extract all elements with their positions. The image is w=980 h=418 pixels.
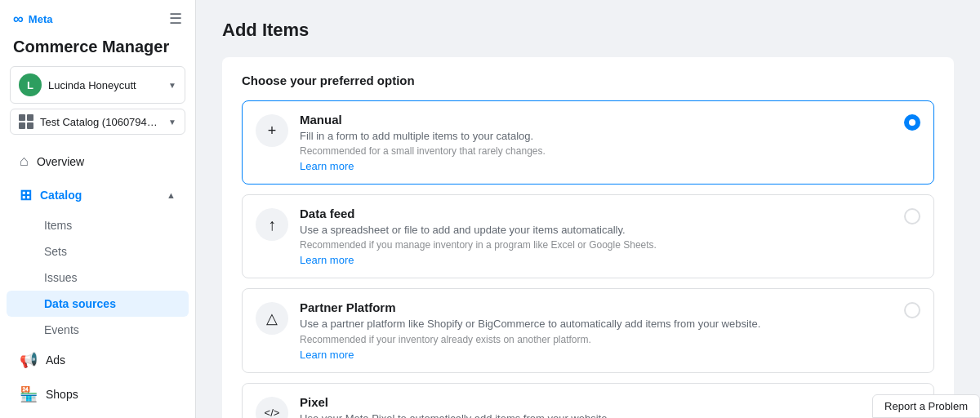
sidebar-item-ads[interactable]: 📢 Ads	[7, 343, 189, 377]
sidebar-item-overview[interactable]: ⌂ Overview	[7, 145, 189, 178]
option-pixel[interactable]: </> Pixel Use your Meta Pixel to automat…	[242, 383, 934, 418]
sidebar-sub-label: Events	[44, 323, 79, 336]
sidebar-item-settings[interactable]: ⚙ Settings	[7, 411, 189, 418]
option-data-feed-title: Data feed	[300, 207, 893, 220]
sidebar-item-events[interactable]: Events	[7, 317, 189, 343]
grid-icon	[19, 114, 33, 129]
option-manual-content: Manual Fill in a form to add multiple it…	[300, 113, 893, 172]
option-data-feed-radio[interactable]	[904, 208, 920, 225]
sidebar-sub-label: Data sources	[44, 297, 116, 310]
option-partner-platform-desc: Use a partner platform like Shopify or B…	[300, 317, 893, 331]
catalog-icon: ⊞	[20, 186, 32, 204]
catalog-submenu: Items Sets Issues Data sources Events	[0, 212, 195, 343]
option-manual-title: Manual	[300, 113, 893, 127]
hamburger-button[interactable]: ☰	[169, 10, 182, 28]
sidebar-item-issues[interactable]: Issues	[7, 265, 189, 291]
chevron-up-icon: ▲	[167, 190, 176, 200]
manual-icon: +	[256, 114, 288, 147]
ads-icon: 📢	[20, 351, 38, 369]
sidebar-item-catalog[interactable]: ⊞ Catalog ▲	[7, 178, 189, 212]
card-subtitle: Choose your preferred option	[242, 73, 934, 87]
option-partner-platform[interactable]: △ Partner Platform Use a partner platfor…	[242, 288, 934, 372]
option-manual-rec: Recommended for a small inventory that r…	[300, 145, 893, 157]
catalog-name: Test Catalog (106079406783...)	[40, 116, 162, 128]
data-feed-icon: ↑	[256, 208, 288, 241]
option-pixel-title: Pixel	[300, 395, 893, 409]
option-manual-desc: Fill in a form to add multiple items to …	[300, 129, 893, 144]
option-pixel-desc: Use your Meta Pixel to automatically add…	[300, 411, 893, 418]
sidebar-item-label: Ads	[46, 354, 65, 367]
catalog-selector[interactable]: Test Catalog (106079406783...) ▼	[10, 109, 185, 135]
meta-logo-icon: ∞	[13, 11, 24, 28]
chevron-down-icon: ▼	[168, 118, 176, 127]
meta-logo: ∞ Meta	[13, 11, 52, 28]
option-partner-platform-radio[interactable]	[904, 302, 920, 318]
sidebar-sub-label: Issues	[44, 271, 77, 284]
option-partner-platform-link[interactable]: Learn more	[300, 349, 354, 361]
option-data-feed[interactable]: ↑ Data feed Use a spreadsheet or file to…	[242, 194, 934, 278]
sidebar-item-sets[interactable]: Sets	[7, 238, 189, 265]
option-pixel-content: Pixel Use your Meta Pixel to automatical…	[300, 395, 893, 418]
sidebar-item-data-sources[interactable]: Data sources	[7, 291, 189, 317]
options-card: Choose your preferred option + Manual Fi…	[222, 57, 954, 418]
partner-platform-icon: △	[256, 302, 288, 335]
sidebar-item-items[interactable]: Items	[7, 212, 189, 238]
pixel-icon: </>	[256, 397, 288, 418]
report-problem-button[interactable]: Report a Problem	[872, 394, 980, 418]
page-title: Add Items	[222, 20, 954, 41]
user-selector[interactable]: L Lucinda Honeycutt ▼	[10, 66, 185, 104]
option-data-feed-content: Data feed Use a spreadsheet or file to a…	[300, 207, 893, 266]
option-partner-platform-content: Partner Platform Use a partner platform …	[300, 300, 893, 360]
sidebar-item-label: Overview	[37, 155, 84, 168]
main-content: Add Items Choose your preferred option +…	[196, 0, 980, 418]
option-data-feed-desc: Use a spreadsheet or file to add and upd…	[300, 223, 893, 238]
option-manual-link[interactable]: Learn more	[300, 160, 354, 172]
sidebar: ∞ Meta ☰ Commerce Manager L Lucinda Hone…	[0, 0, 196, 418]
option-partner-platform-title: Partner Platform	[300, 300, 893, 314]
shops-icon: 🏪	[20, 385, 38, 403]
sidebar-sub-label: Items	[44, 219, 72, 232]
chevron-down-icon: ▼	[168, 81, 176, 90]
sidebar-item-label: Shops	[46, 388, 78, 401]
app-title: Commerce Manager	[0, 38, 195, 66]
option-manual-radio[interactable]	[904, 114, 920, 131]
option-partner-platform-rec: Recommended if your inventory already ex…	[300, 334, 893, 345]
meta-logo-text: Meta	[29, 13, 53, 25]
home-icon: ⌂	[20, 153, 29, 170]
avatar: L	[19, 73, 42, 96]
option-data-feed-rec: Recommended if you manage inventory in a…	[300, 239, 893, 251]
sidebar-sub-label: Sets	[44, 245, 67, 258]
user-name: Lucinda Honeycutt	[48, 79, 162, 91]
sidebar-item-shops[interactable]: 🏪 Shops	[7, 377, 189, 411]
option-data-feed-link[interactable]: Learn more	[300, 254, 354, 266]
sidebar-header: ∞ Meta ☰	[0, 0, 195, 38]
option-manual[interactable]: + Manual Fill in a form to add multiple …	[242, 100, 934, 185]
sidebar-item-label: Catalog	[40, 189, 82, 202]
